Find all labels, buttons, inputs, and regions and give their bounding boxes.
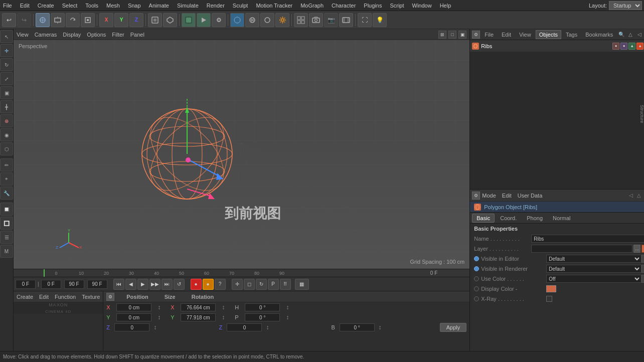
h-rotation-input[interactable] bbox=[245, 303, 280, 311]
y-pos-stepper[interactable]: ↕ bbox=[155, 313, 163, 321]
loop-button[interactable]: ↺ bbox=[174, 279, 185, 290]
viewport-btn4[interactable]: 🔆 bbox=[275, 13, 289, 27]
visible-editor-arrow[interactable]: ▼ bbox=[641, 255, 644, 263]
help-circle-button[interactable]: ? bbox=[215, 279, 226, 290]
bottom-menu-function[interactable]: Function bbox=[55, 294, 76, 300]
scale-mode-button[interactable]: P bbox=[268, 279, 279, 290]
xray-radio[interactable] bbox=[474, 296, 479, 301]
end-frame-input2[interactable] bbox=[87, 280, 107, 289]
object-mode-button[interactable] bbox=[148, 13, 162, 27]
z-position-input[interactable] bbox=[114, 323, 149, 331]
viewport-menu-filter[interactable]: Filter bbox=[112, 32, 124, 38]
tab-view[interactable]: View bbox=[516, 30, 535, 39]
x-pos-stepper[interactable]: ↕ bbox=[155, 303, 163, 311]
props-tab-phong[interactable]: Phong bbox=[522, 214, 547, 223]
menu-select[interactable]: Select bbox=[61, 3, 79, 9]
use-color-arrow[interactable]: ▼ bbox=[641, 275, 644, 283]
left-btn-15[interactable]: ☰ bbox=[0, 231, 13, 244]
bottom-menu-edit[interactable]: Edit bbox=[39, 294, 49, 300]
nav-up-icon[interactable]: △ bbox=[626, 31, 634, 39]
xray-checkbox[interactable] bbox=[546, 296, 552, 302]
bottom-menu-create[interactable]: Create bbox=[17, 294, 33, 300]
left-btn-14[interactable]: 🔳 bbox=[0, 217, 13, 230]
structure-strip-label[interactable]: Structure bbox=[639, 105, 644, 123]
x-size-input[interactable] bbox=[181, 303, 216, 311]
menu-character[interactable]: Character bbox=[331, 3, 357, 9]
move-tool-left-button[interactable]: ✛ bbox=[0, 44, 13, 57]
z-pos-stepper[interactable]: ↕ bbox=[151, 323, 158, 331]
apply-button[interactable]: Apply bbox=[440, 323, 467, 332]
select-mode-button[interactable]: ◻ bbox=[244, 279, 255, 290]
viewport-canvas[interactable]: Y X Z Perspective Grid Spacing : 100 cm … bbox=[14, 40, 469, 269]
goto-start-button[interactable]: ⏮ bbox=[113, 279, 124, 290]
rotate-button[interactable] bbox=[66, 13, 80, 27]
layer-prop-input[interactable] bbox=[531, 245, 632, 253]
props-back-icon[interactable]: ◁ bbox=[627, 192, 634, 199]
scale-tool-left-button[interactable]: ⤢ bbox=[0, 72, 13, 85]
tab-edit[interactable]: Edit bbox=[498, 30, 515, 39]
play-button[interactable]: ▶ bbox=[137, 279, 148, 290]
y-position-input[interactable] bbox=[116, 313, 151, 321]
scene-btn[interactable]: ⛶ bbox=[358, 13, 372, 27]
z-size-input[interactable] bbox=[227, 323, 262, 331]
transform-button[interactable] bbox=[51, 13, 65, 27]
visible-editor-dropdown[interactable]: Default bbox=[546, 255, 641, 263]
tab-bookmarks[interactable]: Bookmarks bbox=[582, 30, 616, 39]
viewport-btn2[interactable] bbox=[245, 13, 259, 27]
render-button[interactable] bbox=[197, 13, 211, 27]
visible-renderer-arrow[interactable]: ▼ bbox=[641, 265, 644, 273]
move-mode-button[interactable]: ✛ bbox=[232, 279, 243, 290]
left-btn-16[interactable]: M bbox=[0, 245, 13, 258]
layer-color-swatch[interactable] bbox=[641, 245, 644, 253]
menu-file[interactable]: File bbox=[2, 3, 13, 9]
viewport-shading-button[interactable] bbox=[230, 13, 244, 27]
props-up-icon[interactable]: △ bbox=[635, 192, 642, 199]
rotate-tool-left-button[interactable]: ↻ bbox=[0, 58, 13, 71]
b-rot-stepper[interactable]: ↕ bbox=[377, 323, 384, 331]
render-view-button[interactable] bbox=[182, 13, 196, 27]
start-frame-input[interactable] bbox=[41, 280, 61, 289]
tag-icon-1[interactable]: ● bbox=[612, 43, 619, 50]
menu-mograph[interactable]: MoGraph bbox=[299, 3, 325, 9]
h-rot-stepper[interactable]: ↕ bbox=[284, 303, 291, 311]
redo-button[interactable]: ↪ bbox=[17, 13, 31, 27]
y-axis-button[interactable]: Y bbox=[114, 13, 128, 27]
nav-left-icon[interactable]: ◁ bbox=[635, 31, 643, 39]
p-rotation-input[interactable] bbox=[245, 313, 280, 321]
viewport-menu-display[interactable]: Display bbox=[63, 32, 81, 38]
p-rot-stepper[interactable]: ↕ bbox=[284, 313, 291, 321]
layout-toggle-button[interactable]: ▦ bbox=[295, 279, 309, 290]
use-color-radio[interactable] bbox=[474, 276, 479, 281]
tag-icon-3[interactable]: ▲ bbox=[628, 43, 635, 50]
viewport-menu-options[interactable]: Options bbox=[87, 32, 106, 38]
viewport-btn3[interactable] bbox=[260, 13, 274, 27]
x-position-input[interactable] bbox=[116, 303, 151, 311]
camera-btn2[interactable]: 📷 bbox=[324, 13, 338, 27]
menu-motion-tracker[interactable]: Motion Tracker bbox=[255, 3, 293, 9]
left-btn-8[interactable]: ◉ bbox=[0, 128, 13, 141]
visible-renderer-radio[interactable] bbox=[474, 266, 479, 271]
record-orange-button[interactable]: ● bbox=[203, 279, 214, 290]
menu-edit[interactable]: Edit bbox=[19, 3, 31, 9]
light-btn[interactable]: 💡 bbox=[373, 13, 387, 27]
tag-icon-2[interactable]: ● bbox=[620, 43, 627, 50]
tab-tags[interactable]: Tags bbox=[562, 30, 581, 39]
display-color-radio[interactable] bbox=[474, 286, 479, 291]
camera-btn[interactable] bbox=[309, 13, 323, 27]
x-axis-button[interactable]: X bbox=[99, 13, 113, 27]
z-axis-button[interactable]: Z bbox=[129, 13, 143, 27]
menu-simulate[interactable]: Simulate bbox=[176, 3, 200, 9]
viewport-icon-3[interactable]: ▣ bbox=[458, 31, 466, 39]
sphere-object[interactable] bbox=[132, 99, 242, 210]
visible-editor-radio[interactable] bbox=[474, 256, 479, 261]
left-btn-6[interactable]: ╋ bbox=[0, 100, 13, 113]
left-btn-12[interactable]: 🔧 bbox=[0, 187, 13, 200]
menu-sculpt[interactable]: Sculpt bbox=[232, 3, 249, 9]
props-edit-tab[interactable]: Edit bbox=[502, 193, 512, 199]
menu-tools[interactable]: Tools bbox=[84, 3, 99, 9]
props-userdata-tab[interactable]: User Data bbox=[518, 193, 543, 199]
viewport-icon-1[interactable]: ⊞ bbox=[438, 31, 446, 39]
bottom-menu-texture[interactable]: Texture bbox=[82, 294, 100, 300]
y-size-stepper[interactable]: ↕ bbox=[220, 313, 227, 321]
menu-create[interactable]: Create bbox=[37, 3, 55, 9]
